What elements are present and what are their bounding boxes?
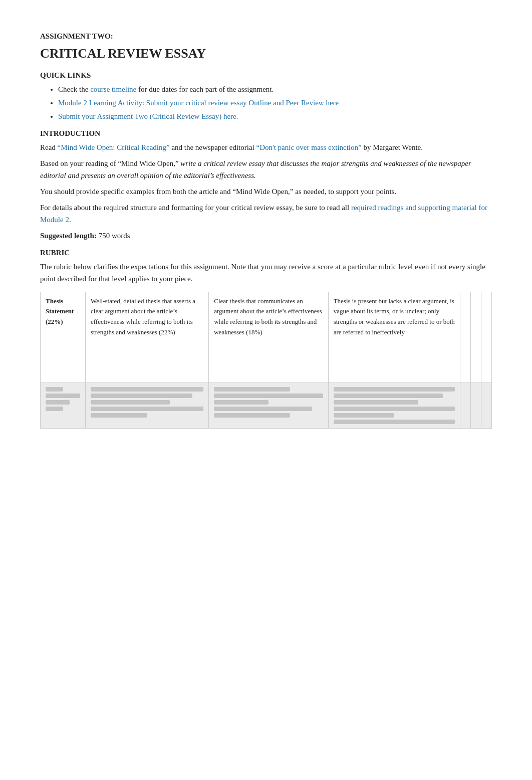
- intro-paragraph-1: Read “Mind Wide Open: Critical Reading” …: [40, 141, 492, 153]
- rubric-col2-text: Well-stated, detailed thesis that assert…: [91, 297, 195, 336]
- blurred-content: [334, 387, 455, 424]
- quick-links-list: Check the course timeline for due dates …: [40, 83, 492, 122]
- mind-wide-open-link[interactable]: “Mind Wide Open: Critical Reading”: [58, 143, 170, 151]
- quick-link-1-after: for due dates for each part of the assig…: [136, 85, 274, 93]
- blurred-cell-1: [41, 382, 86, 428]
- intro-paragraph-4: For details about the required structure…: [40, 202, 492, 226]
- intro-p1-before: Read: [40, 143, 58, 151]
- introduction-header: INTRODUCTION: [40, 127, 492, 139]
- rubric-table: Thesis Statement (22%) Well-stated, deta…: [40, 292, 492, 429]
- rubric-col3: Clear thesis that communicates an argume…: [209, 292, 328, 382]
- intro-p1-after: by Margaret Wente.: [362, 143, 423, 151]
- rubric-col3-text: Clear thesis that communicates an argume…: [214, 297, 322, 336]
- blurred-line: [334, 394, 443, 398]
- blurred-content: [91, 387, 203, 418]
- blurred-line: [334, 400, 419, 405]
- rubric-col2: Well-stated, detailed thesis that assert…: [86, 292, 209, 382]
- rubric-main-row: Thesis Statement (22%) Well-stated, deta…: [41, 292, 492, 382]
- list-item: Submit your Assignment Two (Critical Rev…: [58, 110, 492, 122]
- rubric-col6-blurred: [470, 292, 481, 382]
- intro-paragraph-2: Based on your reading of “Mind Wide Open…: [40, 157, 492, 181]
- blurred-line: [46, 394, 80, 398]
- blurred-cell-5: [460, 382, 470, 428]
- module2-activity-link[interactable]: Module 2 Learning Activity: Submit your …: [58, 99, 339, 107]
- intro-p4-after: .: [69, 216, 71, 224]
- intro-paragraph-3: You should provide specific examples fro…: [40, 185, 492, 198]
- dont-panic-link[interactable]: “Don't panic over mass extinction”: [256, 143, 362, 151]
- blurred-line: [214, 413, 290, 418]
- blurred-line: [46, 400, 70, 405]
- suggested-length-line: Suggested length: 750 words: [40, 230, 492, 242]
- blurred-cell-7: [481, 382, 491, 428]
- quick-links-section: QUICK LINKS Check the course timeline fo…: [40, 69, 492, 122]
- blurred-line: [91, 413, 147, 418]
- blurred-line: [214, 387, 290, 392]
- list-item: Check the course timeline for due dates …: [58, 83, 492, 95]
- blurred-line: [91, 394, 192, 398]
- submit-assignment-link[interactable]: Submit your Assignment Two (Critical Rev…: [58, 112, 238, 120]
- blurred-cell-4: [328, 382, 460, 428]
- blurred-line: [46, 407, 63, 411]
- blurred-line: [334, 407, 455, 411]
- assignment-title: CRITICAL REVIEW ESSAY: [40, 43, 492, 64]
- blurred-line: [334, 387, 455, 392]
- quick-links-header: QUICK LINKS: [40, 69, 492, 81]
- blurred-line: [91, 400, 170, 405]
- blurred-line: [334, 413, 394, 418]
- rubric-col4-text: Thesis is present but lacks a clear argu…: [334, 297, 455, 336]
- suggested-length-value: 750 words: [99, 232, 130, 240]
- rubric-blurred-row: [41, 382, 492, 428]
- criterion-label: Thesis Statement (22%): [46, 297, 74, 326]
- blurred-line: [214, 407, 312, 411]
- rubric-paragraph: The rubric below clarifies the expectati…: [40, 261, 492, 285]
- assignment-label: ASSIGNMENT TWO:: [40, 30, 492, 42]
- rubric-criterion-header: Thesis Statement (22%): [41, 292, 86, 382]
- blurred-line: [214, 400, 269, 405]
- assignment-header: ASSIGNMENT TWO: CRITICAL REVIEW ESSAY: [40, 30, 492, 64]
- quick-link-1-before: Check the: [58, 85, 90, 93]
- rubric-header: RUBRIC: [40, 247, 492, 259]
- blurred-cell-6: [470, 382, 481, 428]
- blurred-line: [46, 387, 63, 392]
- blurred-line: [334, 420, 455, 424]
- rubric-col4: Thesis is present but lacks a clear argu…: [328, 292, 460, 382]
- blurred-line: [91, 387, 203, 392]
- blurred-cell-3: [209, 382, 328, 428]
- blurred-content: [214, 387, 323, 418]
- introduction-section: INTRODUCTION Read “Mind Wide Open: Criti…: [40, 127, 492, 242]
- rubric-col7-blurred: [481, 292, 491, 382]
- blurred-line: [91, 407, 203, 411]
- suggested-length-header: Suggested length:: [40, 232, 97, 240]
- blurred-content: [46, 387, 80, 411]
- rubric-col5-blurred: [460, 292, 470, 382]
- list-item: Module 2 Learning Activity: Submit your …: [58, 97, 492, 109]
- rubric-section: RUBRIC The rubric below clarifies the ex…: [40, 247, 492, 429]
- blurred-line: [214, 394, 323, 398]
- course-timeline-link[interactable]: course timeline: [90, 85, 136, 93]
- blurred-cell-2: [86, 382, 209, 428]
- intro-p2-before: Based on your reading of “Mind Wide Open…: [40, 159, 180, 167]
- intro-p4-before: For details about the required structure…: [40, 204, 351, 212]
- intro-p1-mid: and the newspaper editorial: [170, 143, 256, 151]
